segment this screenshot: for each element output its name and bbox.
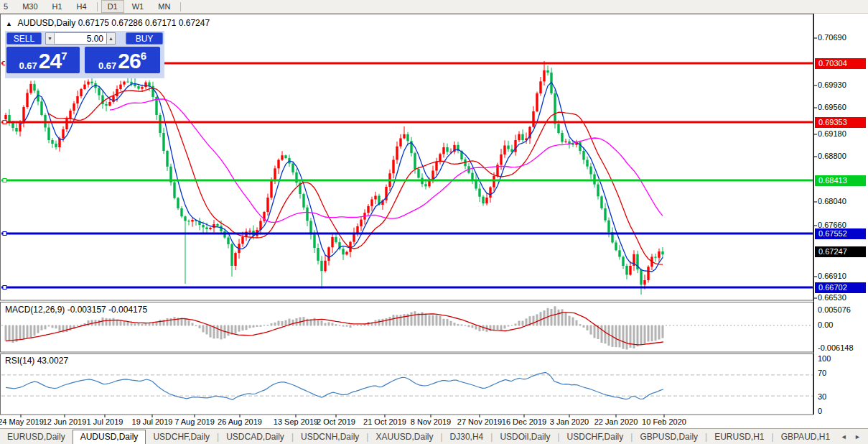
collapse-icon[interactable]: ▲ — [6, 20, 12, 27]
chart-tab-usdchf-daily[interactable]: USDCHF,Daily — [560, 430, 631, 444]
date-axis-label: 27 Nov 2019 — [457, 417, 502, 426]
chart-tab-usdcnh-daily[interactable]: USDCNH,Daily — [294, 430, 366, 444]
volume-decrease-button[interactable]: ▼ — [45, 32, 55, 45]
buy-price-prefix: 0.67 — [98, 60, 116, 71]
price-axis-label: 0.70690 — [818, 33, 846, 42]
chart-tab-audusd-daily[interactable]: AUDUSD,Daily — [73, 430, 146, 444]
date-axis-label: 1 Jul 2019 — [87, 417, 123, 426]
timeframe-toolbar: 5M30H1H4D1W1MN — [0, 0, 868, 14]
price-level-badge: 0.68413 — [815, 175, 866, 186]
tab-scroll-arrows[interactable]: ◄ ► — [841, 433, 868, 440]
price-axis-label: 0.68040 — [818, 197, 846, 205]
toolbar-separator — [180, 2, 181, 11]
date-axis-label: 2 Oct 2019 — [317, 417, 355, 426]
timeframe-button-mn[interactable]: MN — [151, 0, 177, 13]
price-axis-label: 0.005076 — [818, 305, 851, 314]
date-axis-label: 7 Aug 2019 — [174, 417, 215, 426]
price-axis-label: 0.68800 — [818, 152, 846, 160]
price-level-badge: 0.70304 — [815, 58, 866, 69]
sell-price-prefix: 0.67 — [19, 60, 37, 71]
date-axis-label: 22 Jan 2020 — [594, 417, 638, 426]
sell-price-box[interactable]: 0.67 24 7 — [6, 47, 80, 73]
date-axis-label: 3 Jan 2020 — [550, 417, 589, 426]
trade-panel-quotes: 0.67 24 7 0.67 26 6 — [6, 47, 163, 73]
chart-tab-usdcad-daily[interactable]: USDCAD,Daily — [219, 430, 291, 444]
chart-tab-dj30-h4[interactable]: DJ30,H4 — [443, 430, 491, 444]
trade-panel-controls: SELL ▼ ▲ BUY — [6, 32, 163, 45]
chart-tab-bar: EURUSD,DailyAUDUSD,DailyUSDCHF,Daily|USD… — [0, 428, 868, 444]
price-axis-label: 0.00 — [818, 320, 833, 329]
price-level-badge: 0.67552 — [815, 228, 866, 239]
chart-title: ▲ AUDUSD,Daily 0.67175 0.67286 0.67171 0… — [6, 18, 210, 28]
one-click-trade-panel: SELL ▼ ▲ BUY 0.67 24 7 0.67 26 6 — [5, 31, 164, 78]
buy-button[interactable]: BUY — [126, 32, 163, 45]
date-axis-label: 10 Feb 2020 — [642, 417, 686, 426]
chart-tab-gbpusd-daily[interactable]: GBPUSD,Daily — [633, 430, 705, 444]
price-axis-label: 0.69930 — [818, 80, 846, 89]
sell-button[interactable]: SELL — [6, 32, 42, 45]
date-axis-label: 26 Aug 2019 — [218, 417, 262, 426]
chart-tab-gbpaud-h1[interactable]: GBPAUD,H1 — [774, 430, 837, 444]
date-axis-label: 13 Sep 2019 — [274, 417, 318, 426]
sell-price-pip: 7 — [61, 50, 67, 61]
timeframe-button-m30[interactable]: M30 — [16, 0, 44, 13]
chart-tab-usdchf-daily[interactable]: USDCHF,Daily — [146, 430, 217, 444]
buy-price-big: 26 — [118, 51, 140, 71]
timeframe-button-h4[interactable]: H4 — [70, 0, 93, 13]
timeframe-button-d1[interactable]: D1 — [101, 0, 124, 13]
toolbar-separator — [97, 2, 98, 11]
rsi-indicator-label: RSI(14) 43.0027 — [5, 356, 68, 366]
buy-price-box[interactable]: 0.67 26 6 — [85, 47, 160, 73]
price-level-badge: 0.66702 — [815, 282, 866, 293]
price-axis-label: 30 — [818, 392, 826, 401]
date-axis-label: 21 Oct 2019 — [363, 417, 406, 426]
chart-tab-xauusd-daily[interactable]: XAUUSD,Daily — [368, 430, 440, 444]
date-axis-label: 19 Jul 2019 — [132, 417, 173, 426]
trading-terminal-window: 5M30H1H4D1W1MN ▲ AUDUSD,Daily 0.67175 0.… — [0, 0, 868, 444]
chart-ohlc-values: 0.67175 0.67286 0.67171 0.67247 — [78, 18, 210, 28]
date-axis-label: 24 May 2019 — [0, 417, 44, 426]
macd-indicator-label: MACD(12,26,9) -0.003157 -0.004175 — [5, 305, 147, 315]
buy-price-pip: 6 — [141, 50, 146, 61]
date-axis-label: 8 Nov 2019 — [411, 417, 451, 426]
price-axis-label: 0 — [818, 407, 822, 415]
price-axis-label: 0.69180 — [818, 129, 846, 138]
price-level-badge: 0.69353 — [815, 117, 866, 128]
price-level-badge: 0.67247 — [815, 246, 866, 257]
chart-symbol-period: AUDUSD,Daily — [18, 18, 76, 28]
price-axis-label: 70 — [818, 369, 826, 377]
price-axis-label: 0.69560 — [818, 103, 846, 111]
price-axis-label: 100 — [818, 354, 831, 363]
date-axis-label: 12 Jun 2019 — [43, 417, 87, 426]
timeframe-button-w1[interactable]: W1 — [126, 0, 151, 13]
timeframe-button-5[interactable]: 5 — [0, 0, 14, 13]
chart-tab-eurusd-h1[interactable]: EURUSD,H1 — [707, 430, 771, 444]
volume-input[interactable] — [55, 32, 106, 45]
price-axis-label: 0.66910 — [818, 272, 846, 280]
chart-tab-eurusd-daily[interactable]: EURUSD,Daily — [0, 430, 73, 444]
timeframe-button-h1[interactable]: H1 — [46, 0, 69, 13]
price-axis-label: -0.006148 — [818, 343, 854, 352]
price-axis-label: 0.66530 — [818, 293, 846, 302]
date-axis-label: 16 Dec 2019 — [502, 417, 546, 426]
chart-tab-usdoil-daily[interactable]: USDOil,Daily — [493, 430, 557, 444]
volume-increase-button[interactable]: ▲ — [106, 32, 116, 45]
sell-price-big: 24 — [39, 51, 61, 71]
